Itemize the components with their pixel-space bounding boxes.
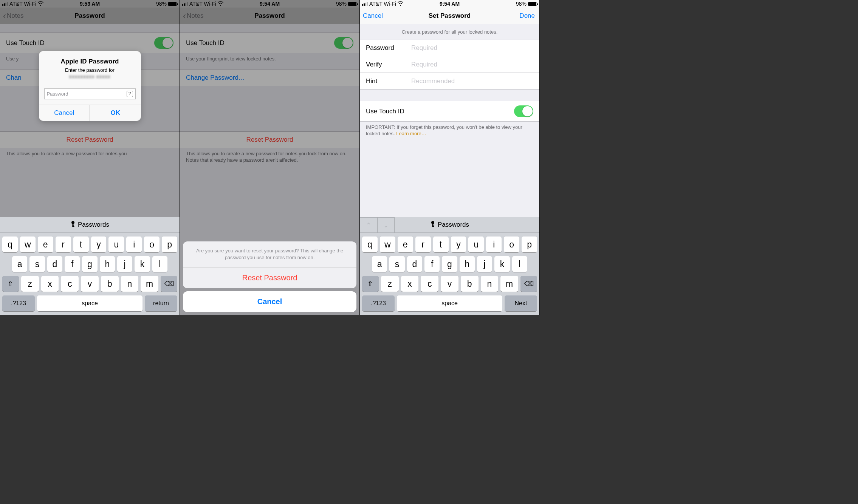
key-l[interactable]: l xyxy=(152,256,167,272)
touchid-toggle[interactable] xyxy=(514,105,533,117)
key-u[interactable]: u xyxy=(468,237,484,252)
key-p[interactable]: p xyxy=(162,237,177,252)
key-r[interactable]: r xyxy=(56,237,71,252)
alert-password-input[interactable]: Password ? xyxy=(44,88,136,99)
key-space[interactable]: space xyxy=(397,295,502,311)
hint-field-row[interactable]: Hint Recommended xyxy=(360,73,539,90)
key-shift[interactable]: ⇧ xyxy=(362,276,379,292)
passwords-autofill-label: Passwords xyxy=(78,221,109,229)
key-z[interactable]: z xyxy=(381,276,399,292)
key-f[interactable]: f xyxy=(424,256,440,272)
verify-field-row[interactable]: Verify Required xyxy=(360,56,539,73)
done-button[interactable]: Done xyxy=(519,8,535,24)
key-w[interactable]: w xyxy=(20,237,36,252)
screen-1-appleid-prompt: AT&T Wi-Fi 9:53 AM 98% ‹Notes Password U… xyxy=(0,0,180,315)
key-y[interactable]: y xyxy=(91,237,107,252)
shift-icon: ⇧ xyxy=(8,280,13,288)
key-s[interactable]: s xyxy=(29,256,45,272)
key-g[interactable]: g xyxy=(442,256,457,272)
key-h[interactable]: h xyxy=(100,256,115,272)
svg-rect-3 xyxy=(72,225,74,226)
key-c[interactable]: c xyxy=(421,276,438,292)
key-p[interactable]: p xyxy=(522,237,537,252)
learn-more-link[interactable]: Learn more… xyxy=(396,131,426,136)
key-x[interactable]: x xyxy=(401,276,419,292)
alert-title: Apple ID Password xyxy=(45,58,135,65)
key-s[interactable]: s xyxy=(389,256,404,272)
key-q[interactable]: q xyxy=(362,237,378,252)
key-k[interactable]: k xyxy=(494,256,510,272)
key-f[interactable]: f xyxy=(65,256,80,272)
key-c[interactable]: c xyxy=(61,276,79,292)
key-j[interactable]: j xyxy=(477,256,492,272)
shift-icon: ⇧ xyxy=(367,280,373,288)
key-123[interactable]: .?123 xyxy=(2,295,35,311)
key-w[interactable]: w xyxy=(380,237,395,252)
key-n[interactable]: n xyxy=(481,276,499,292)
clock: 9:54 AM xyxy=(440,1,460,7)
chevron-down-icon: ⌄ xyxy=(383,221,389,229)
kb-prev-field-button[interactable]: ⌃ xyxy=(360,217,377,233)
key-shift[interactable]: ⇧ xyxy=(2,276,19,292)
action-sheet: Are you sure you want to reset your pass… xyxy=(183,241,356,312)
key-j[interactable]: j xyxy=(117,256,132,272)
key-q[interactable]: q xyxy=(2,237,18,252)
hint-placeholder: Recommended xyxy=(411,77,455,85)
key-v[interactable]: v xyxy=(81,276,99,292)
screen-3-set-password: AT&T Wi-Fi 9:54 AM 98% Cancel Set Passwo… xyxy=(360,0,540,315)
svg-point-0 xyxy=(71,221,74,224)
backspace-icon: ⌫ xyxy=(164,280,174,288)
kb-row-4: .?123 space return xyxy=(2,295,177,311)
key-return[interactable]: return xyxy=(145,295,177,311)
keyboard-autofill-bar[interactable]: ⌃ ⌄ Passwords xyxy=(360,217,539,233)
status-bar: AT&T Wi-Fi 9:54 AM 98% xyxy=(360,0,539,8)
key-u[interactable]: u xyxy=(108,237,124,252)
key-i[interactable]: i xyxy=(486,237,502,252)
key-next[interactable]: Next xyxy=(505,295,537,311)
sheet-reset-button[interactable]: Reset Password xyxy=(183,267,356,288)
key-b[interactable]: b xyxy=(101,276,119,292)
key-m[interactable]: m xyxy=(500,276,518,292)
keyboard-autofill-bar[interactable]: Passwords xyxy=(0,217,180,233)
key-x[interactable]: x xyxy=(41,276,59,292)
sheet-cancel-button[interactable]: Cancel xyxy=(183,291,356,312)
kb-next-field-button[interactable]: ⌄ xyxy=(377,217,395,233)
key-123[interactable]: .?123 xyxy=(362,295,395,311)
password-hint-icon[interactable]: ? xyxy=(127,91,133,97)
alert-cancel-button[interactable]: Cancel xyxy=(39,105,90,121)
key-e[interactable]: e xyxy=(38,237,53,252)
key-z[interactable]: z xyxy=(21,276,39,292)
key-space[interactable]: space xyxy=(37,295,142,311)
key-v[interactable]: v xyxy=(441,276,458,292)
key-backspace[interactable]: ⌫ xyxy=(161,276,177,292)
kb-row-2: asdfghjkl xyxy=(2,256,177,272)
key-b[interactable]: b xyxy=(461,276,479,292)
keyboard[interactable]: ⌃ ⌄ Passwords qwertyuiop asdfghjkl ⇧ zxc… xyxy=(360,217,539,315)
alert-ok-button[interactable]: OK xyxy=(90,105,141,121)
key-h[interactable]: h xyxy=(460,256,475,272)
key-d[interactable]: d xyxy=(407,256,422,272)
key-m[interactable]: m xyxy=(141,276,158,292)
svg-point-4 xyxy=(431,221,434,224)
key-a[interactable]: a xyxy=(372,256,387,272)
key-o[interactable]: o xyxy=(144,237,160,252)
hint-label: Hint xyxy=(366,77,411,85)
key-l[interactable]: l xyxy=(512,256,527,272)
key-t[interactable]: t xyxy=(433,237,449,252)
key-t[interactable]: t xyxy=(73,237,89,252)
key-e[interactable]: e xyxy=(398,237,413,252)
key-n[interactable]: n xyxy=(121,276,139,292)
key-d[interactable]: d xyxy=(47,256,62,272)
keyboard[interactable]: Passwords qwertyuiop asdfghjkl ⇧ zxcvbnm… xyxy=(0,217,180,315)
key-i[interactable]: i xyxy=(126,237,142,252)
key-g[interactable]: g xyxy=(82,256,97,272)
key-o[interactable]: o xyxy=(504,237,519,252)
cancel-button[interactable]: Cancel xyxy=(363,8,383,24)
password-field-row[interactable]: Password Required xyxy=(360,40,539,56)
key-k[interactable]: k xyxy=(135,256,150,272)
key-a[interactable]: a xyxy=(12,256,27,272)
signal-bars-icon xyxy=(362,2,368,6)
key-backspace[interactable]: ⌫ xyxy=(520,276,537,292)
key-r[interactable]: r xyxy=(415,237,431,252)
key-y[interactable]: y xyxy=(451,237,466,252)
